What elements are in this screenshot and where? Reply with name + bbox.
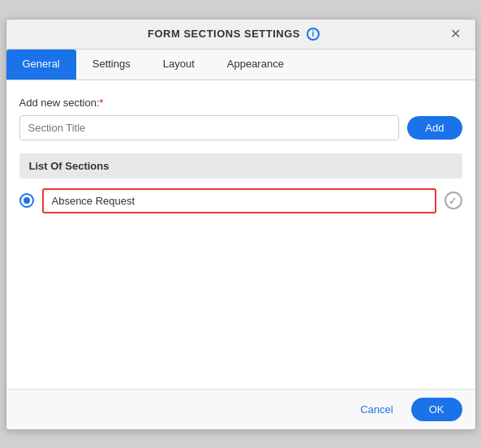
ok-button[interactable]: OK <box>411 398 462 421</box>
section-row: ✓ <box>19 188 462 213</box>
tab-layout[interactable]: Layout <box>147 50 211 80</box>
check-icon[interactable]: ✓ <box>444 192 462 209</box>
tab-bar: General Settings Layout Appearance <box>6 50 475 80</box>
tab-general[interactable]: General <box>6 50 76 80</box>
add-button[interactable]: Add <box>407 116 462 140</box>
dialog-footer: Cancel OK <box>6 389 475 429</box>
tab-settings[interactable]: Settings <box>76 50 147 80</box>
list-of-sections-header: List Of Sections <box>19 153 462 179</box>
dialog-title-row: FORM SECTIONS SETTINGS i <box>19 28 449 41</box>
close-button[interactable]: ✕ <box>449 28 462 41</box>
required-marker: * <box>100 97 104 109</box>
dialog-header: FORM SECTIONS SETTINGS i ✕ <box>6 19 475 50</box>
info-icon[interactable]: i <box>307 28 320 41</box>
add-row: Add <box>19 115 462 140</box>
dialog-title: FORM SECTIONS SETTINGS <box>148 28 300 40</box>
cancel-button[interactable]: Cancel <box>350 398 402 421</box>
radio-button[interactable] <box>19 193 34 208</box>
radio-inner <box>24 197 30 204</box>
tab-appearance[interactable]: Appearance <box>211 50 300 80</box>
form-sections-dialog: FORM SECTIONS SETTINGS i ✕ General Setti… <box>6 19 476 430</box>
add-section-label: Add new section:* <box>19 97 462 109</box>
section-title-input[interactable] <box>19 115 400 140</box>
section-name-input[interactable] <box>42 188 436 213</box>
dialog-body: Add new section:* Add List Of Sections ✓ <box>6 80 475 389</box>
